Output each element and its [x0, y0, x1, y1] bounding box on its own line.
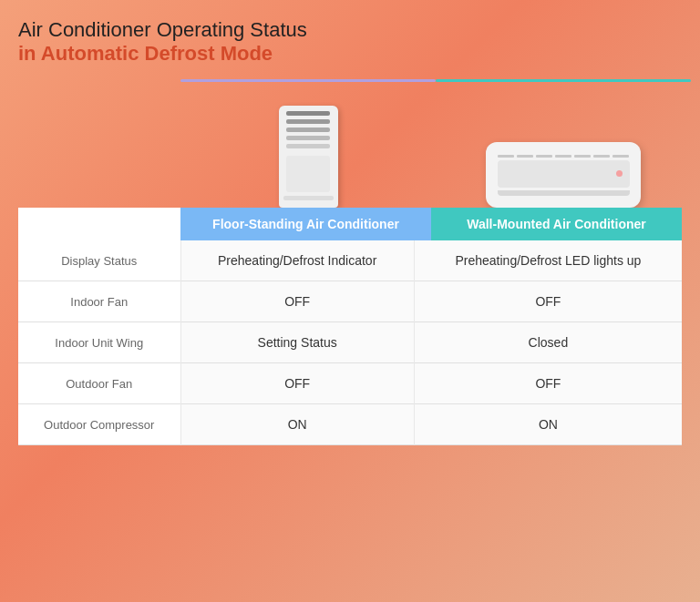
row-right-value: OFF	[414, 363, 682, 404]
row-left-value: Setting Status	[180, 322, 414, 363]
row-left-value: ON	[180, 404, 414, 445]
row-label: Indoor Fan	[18, 281, 180, 322]
wall-ac-bottom-flap	[498, 190, 630, 196]
table-row: Indoor Unit Wing Setting Status Closed	[18, 322, 682, 363]
title-line2: in Automatic Defrost Mode	[18, 42, 682, 66]
row-right-value: Preheating/Defrost LED lights up	[414, 240, 682, 281]
underline-right	[436, 79, 691, 82]
underline-left	[180, 79, 436, 82]
table-container: Floor-Standing Air Conditioner Wall-Moun…	[18, 208, 682, 445]
row-right-value: ON	[414, 404, 682, 445]
data-table: Display Status Preheating/Defrost Indica…	[18, 240, 682, 445]
floor-ac-base	[283, 196, 334, 200]
row-right-value: OFF	[414, 281, 682, 322]
table-row: Indoor Fan OFF OFF	[18, 281, 682, 322]
header-spacer	[18, 208, 180, 240]
wall-ac-area	[436, 79, 691, 208]
floor-ac-body	[286, 156, 330, 192]
row-label: Outdoor Fan	[18, 363, 180, 404]
row-left-value: OFF	[180, 281, 414, 322]
wall-ac-image	[486, 142, 641, 208]
wall-ac-panel	[498, 160, 630, 188]
col-header-left: Floor-Standing Air Conditioner	[180, 208, 431, 240]
col-header-right: Wall-Mounted Air Conditioner	[431, 208, 682, 240]
floor-ac-area	[180, 79, 436, 208]
wall-ac-grille	[498, 155, 630, 158]
row-left-value: OFF	[180, 363, 414, 404]
table-row: Outdoor Fan OFF OFF	[18, 363, 682, 404]
floor-ac-stripe2	[286, 119, 330, 124]
row-right-value: Closed	[414, 322, 682, 363]
floor-ac-image	[279, 106, 338, 208]
floor-ac-stripe3	[286, 128, 330, 132]
floor-ac-stripe1	[286, 111, 330, 116]
table-row: Display Status Preheating/Defrost Indica…	[18, 240, 682, 281]
wall-ac-led	[616, 170, 623, 177]
title-line1: Air Conditioner Operating Status	[18, 18, 682, 42]
floor-ac-stripe4	[286, 136, 330, 140]
floor-ac-stripe5	[286, 144, 330, 148]
row-left-value: Preheating/Defrost Indicator	[180, 240, 414, 281]
title-section: Air Conditioner Operating Status in Auto…	[18, 18, 682, 66]
row-label: Outdoor Compressor	[18, 404, 180, 445]
row-label: Display Status	[18, 240, 180, 281]
row-label: Indoor Unit Wing	[18, 322, 180, 363]
page-container: Air Conditioner Operating Status in Auto…	[0, 0, 700, 602]
images-row	[18, 79, 682, 208]
table-header-row: Floor-Standing Air Conditioner Wall-Moun…	[18, 208, 682, 240]
main-layout: Floor-Standing Air Conditioner Wall-Moun…	[18, 79, 682, 445]
table-row: Outdoor Compressor ON ON	[18, 404, 682, 445]
